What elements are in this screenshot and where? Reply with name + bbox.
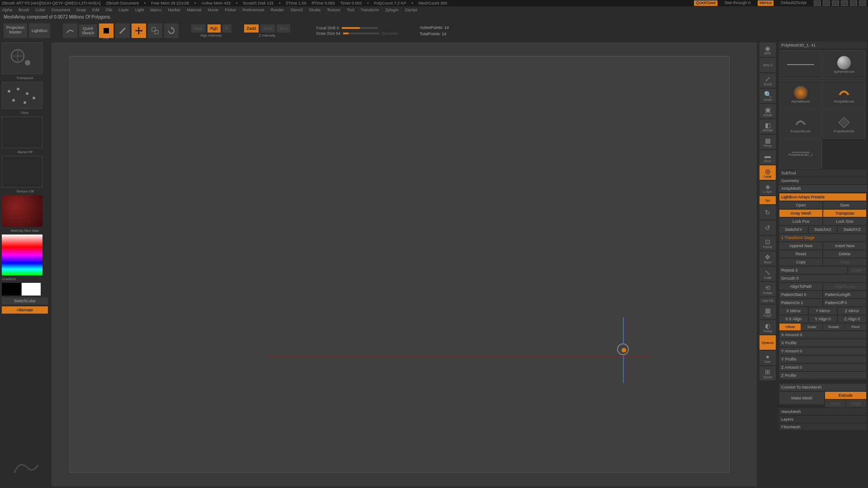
- scroll-button[interactable]: ⤢Scroll: [760, 73, 776, 88]
- switchxy-button[interactable]: SwitchXY: [779, 226, 808, 233]
- menu-draw[interactable]: Draw: [76, 8, 86, 12]
- locksize-button[interactable]: Lock Size: [823, 218, 866, 225]
- pivot-tab[interactable]: Pivot: [845, 324, 866, 330]
- xalign-button[interactable]: 0 X Align: [779, 315, 808, 323]
- zalign-button[interactable]: Z Align 0: [838, 315, 866, 323]
- open-button[interactable]: Open: [779, 202, 822, 209]
- zsub-button[interactable]: Zsub: [260, 24, 275, 33]
- menu-marker[interactable]: Marker: [168, 8, 180, 12]
- yprofile-slider[interactable]: Y Profile: [779, 356, 866, 363]
- rotate-view-button[interactable]: ⟲Rotate: [760, 282, 776, 296]
- menu-zscript[interactable]: Zscript: [405, 8, 417, 12]
- menu-material[interactable]: Material: [187, 8, 201, 12]
- focal-shift-slider[interactable]: Focal Shift 0: [316, 26, 339, 30]
- arraymesh-header[interactable]: ArrayMesh: [778, 185, 867, 192]
- convert-nanomesh-button[interactable]: Convert To NanoMesh: [779, 384, 866, 391]
- tool-header[interactable]: PolyMesh3D_1. 41: [778, 42, 867, 49]
- switchxz-button[interactable]: SwitchXZ: [809, 226, 837, 233]
- smooth-slider[interactable]: Smooth 0: [779, 275, 866, 282]
- close-button[interactable]: [859, 0, 866, 6]
- patternlength-slider[interactable]: PatternLength: [823, 291, 866, 298]
- geometry-header[interactable]: Geometry: [778, 177, 867, 185]
- yalign-button[interactable]: Y Align 0: [809, 315, 837, 323]
- zmirror-button[interactable]: Z Mirror: [838, 307, 866, 314]
- floor-button[interactable]: ▬Floor: [760, 150, 776, 164]
- actual-button[interactable]: ▣Actual: [760, 104, 776, 118]
- fibermesh-header[interactable]: FiberMesh: [778, 423, 867, 431]
- tool-thumb-eraser[interactable]: EraserBrush: [779, 110, 822, 139]
- menu-preferences[interactable]: Preferences: [242, 8, 264, 12]
- linefill-button[interactable]: Line Fill: [760, 297, 776, 304]
- extrude-button[interactable]: Extrude: [825, 392, 866, 399]
- makemesh-button[interactable]: Make Mesh: [779, 392, 824, 404]
- menu-macro[interactable]: Macro: [150, 8, 161, 12]
- aligntoaxis-button[interactable]: AlignToAxis: [823, 283, 866, 290]
- chain-button[interactable]: Chain: [848, 267, 866, 274]
- persp-button[interactable]: ▦Persp: [760, 135, 776, 149]
- tool-thumb-polymesh1[interactable]: PolyMesh3D_1: [779, 140, 822, 169]
- window-btn-2[interactable]: [823, 0, 830, 6]
- aahalf-button[interactable]: ◧AAHalf: [760, 119, 776, 134]
- material-preview[interactable]: [2, 195, 42, 227]
- draw-button[interactable]: [115, 23, 130, 38]
- dynamic-button[interactable]: Dynamic: [760, 335, 776, 350]
- color-white[interactable]: [22, 283, 41, 296]
- menu-picker[interactable]: Picker: [225, 8, 236, 12]
- paste-button[interactable]: Paste: [823, 258, 866, 266]
- zadd-button[interactable]: Zadd: [244, 24, 259, 33]
- dynamic-label[interactable]: Dynamic: [382, 31, 398, 36]
- quicksave-button[interactable]: QuickSave: [694, 0, 717, 6]
- insert-button[interactable]: Insert New: [823, 242, 866, 249]
- lightbox-presets-button[interactable]: Lightbox›Arrays Presets: [779, 193, 866, 201]
- lockpos-button[interactable]: Lock Pos: [779, 218, 822, 225]
- zamount-slider[interactable]: Z Amount 0: [779, 364, 866, 371]
- lightbox-button[interactable]: LightBox: [29, 23, 50, 38]
- color-picker[interactable]: [2, 235, 42, 275]
- rotate-tab[interactable]: Rotate: [823, 324, 844, 330]
- save-button[interactable]: Save: [823, 202, 866, 209]
- transpose-gizmo[interactable]: [617, 343, 629, 355]
- tool-thumb-simple[interactable]: SimpleBrush: [823, 80, 865, 109]
- arraymesh-toggle[interactable]: Array Mesh: [779, 210, 822, 217]
- menu-tool[interactable]: Tool: [347, 8, 354, 12]
- move-view-button[interactable]: ✥Move: [760, 251, 776, 266]
- tool-thumb-sphere[interactable]: SphereBrush: [823, 50, 865, 79]
- xpose-button[interactable]: ⊞Xpose: [760, 366, 776, 380]
- zcut-button[interactable]: Zcut: [277, 24, 290, 33]
- menu-edit[interactable]: Edit: [92, 8, 99, 12]
- switchcolor-button[interactable]: SwitchColor: [2, 297, 48, 305]
- yamount-slider[interactable]: Y Amount 0: [779, 347, 866, 355]
- delete-button[interactable]: Delete: [823, 250, 866, 258]
- solo-button[interactable]: ●Solo: [760, 351, 776, 365]
- repeat-slider[interactable]: Repeat 2: [779, 267, 847, 274]
- aligntopath-button[interactable]: AlignToPath: [779, 283, 822, 290]
- menu-file[interactable]: File: [106, 8, 113, 12]
- menu-texture[interactable]: Texture: [327, 8, 340, 12]
- frame-button[interactable]: ⊡Frame: [760, 236, 776, 250]
- scale-view-button[interactable]: ⤡Scale: [760, 267, 776, 281]
- transp-button[interactable]: ◐Transp: [760, 320, 776, 334]
- canvas-area[interactable]: [52, 42, 757, 486]
- menu-movie[interactable]: Movie: [208, 8, 218, 12]
- move-button[interactable]: [132, 23, 146, 38]
- transpose-toggle[interactable]: Transpose: [823, 210, 866, 217]
- offset-tab[interactable]: Offset: [779, 324, 801, 330]
- draw-size-slider[interactable]: Draw Size 64: [316, 31, 341, 36]
- menu-zplugin[interactable]: Zplugin: [385, 8, 399, 12]
- patternon-slider[interactable]: PatternOn 1: [779, 299, 822, 306]
- menu-document[interactable]: Document: [52, 8, 70, 12]
- switchyz-button[interactable]: SwitchYZ: [838, 226, 866, 233]
- seethrough-slider[interactable]: See-through 0: [725, 0, 750, 6]
- copy-button[interactable]: Copy: [779, 258, 822, 266]
- document-canvas[interactable]: [70, 56, 730, 473]
- m-button[interactable]: M: [222, 24, 231, 33]
- menu-alpha[interactable]: Alpha: [2, 8, 12, 12]
- menu-brush[interactable]: Brush: [19, 8, 29, 12]
- close-button2[interactable]: Close: [825, 400, 845, 407]
- menu-stroke[interactable]: Stroke: [309, 8, 321, 12]
- subtool-header[interactable]: SubTool: [778, 169, 867, 177]
- window-btn-3[interactable]: [832, 0, 839, 6]
- xamount-slider[interactable]: X Amount 0: [779, 331, 866, 338]
- polyf-button[interactable]: ▦PolyF: [760, 305, 776, 319]
- layers-header[interactable]: Layers: [778, 416, 867, 423]
